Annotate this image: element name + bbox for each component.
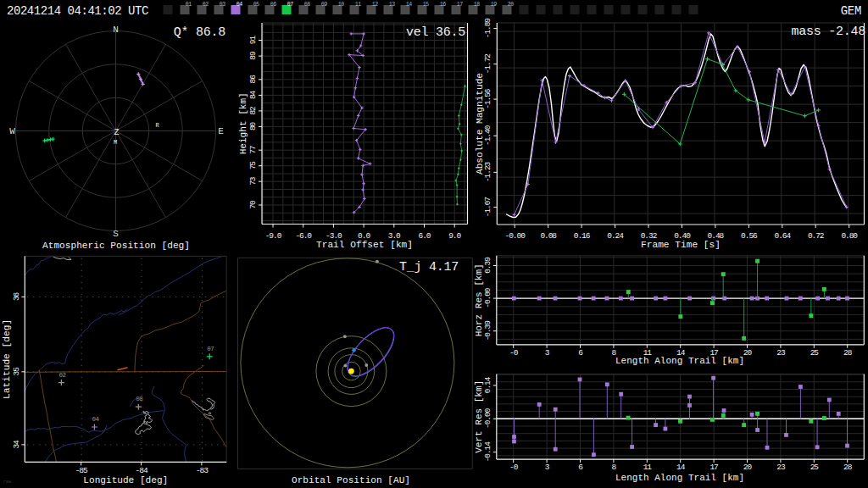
svg-text:28: 28 <box>843 463 853 472</box>
svg-text:-1.72: -1.72 <box>484 53 493 75</box>
svg-text:89: 89 <box>248 51 258 60</box>
svg-text:0.72: 0.72 <box>808 231 825 241</box>
svg-text:28: 28 <box>843 348 853 358</box>
svg-text:80: 80 <box>248 121 258 130</box>
svg-text:0.56: 0.56 <box>741 231 758 241</box>
svg-text:04: 04 <box>236 2 243 8</box>
svg-text:-83: -83 <box>196 466 209 475</box>
svg-text:11: 11 <box>643 463 653 472</box>
svg-text:09: 09 <box>321 2 328 8</box>
svg-text:20: 20 <box>743 463 753 472</box>
svg-text:18: 18 <box>474 2 481 8</box>
svg-text:Orbital Position [AU]: Orbital Position [AU] <box>292 475 410 485</box>
svg-text:20: 20 <box>743 348 753 358</box>
svg-text:mass -2.48: mass -2.48 <box>791 25 865 39</box>
svg-text:-0.14: -0.14 <box>483 441 492 463</box>
svg-text:vel 36.5: vel 36.5 <box>406 25 465 40</box>
svg-text:0.24: 0.24 <box>607 231 624 241</box>
svg-text:Length Along Trail [km]: Length Along Trail [km] <box>615 356 744 366</box>
svg-text:0.64: 0.64 <box>774 231 791 241</box>
svg-text:Z: Z <box>114 128 119 137</box>
svg-text:10: 10 <box>338 2 345 8</box>
svg-text:13: 13 <box>389 2 396 8</box>
svg-text:02: 02 <box>58 372 65 379</box>
svg-text:14: 14 <box>406 2 413 8</box>
svg-text:12: 12 <box>372 2 379 8</box>
svg-text:Absolute Magnitude: Absolute Magnitude <box>475 73 485 175</box>
svg-text:-0: -0 <box>509 463 519 472</box>
svg-text:0.08: 0.08 <box>540 231 557 241</box>
svg-text:91: 91 <box>248 36 258 45</box>
svg-text:W: W <box>9 126 15 136</box>
svg-text:6.0: 6.0 <box>419 231 431 241</box>
svg-text:0.16: 0.16 <box>574 231 591 241</box>
svg-text:9.0: 9.0 <box>448 231 461 241</box>
svg-text:N: N <box>113 25 119 35</box>
svg-text:-1.40: -1.40 <box>484 125 493 146</box>
svg-text:11: 11 <box>355 2 362 8</box>
svg-text:01: 01 <box>186 2 192 8</box>
svg-text:-0.00: -0.00 <box>483 287 492 308</box>
svg-text:20: 20 <box>508 2 515 8</box>
svg-text:75: 75 <box>248 161 258 170</box>
svg-text:04: 04 <box>92 416 99 423</box>
svg-text:23: 23 <box>776 463 786 472</box>
svg-text:S: S <box>113 229 119 239</box>
svg-text:-85: -85 <box>75 466 88 475</box>
svg-text:0.14: 0.14 <box>483 376 492 393</box>
svg-text:Q* 86.8: Q* 86.8 <box>174 25 226 40</box>
svg-text:-0.39: -0.39 <box>483 320 492 341</box>
svg-text:86: 86 <box>248 75 258 84</box>
svg-text:-0: -0 <box>509 348 519 358</box>
svg-text:84: 84 <box>248 90 258 99</box>
svg-text:-1.89: -1.89 <box>484 18 493 39</box>
svg-text:35: 35 <box>13 367 22 376</box>
svg-text:03: 03 <box>220 2 226 8</box>
svg-text:Vert Res [km]: Vert Res [km] <box>475 380 485 453</box>
svg-text:-1.23: -1.23 <box>484 161 493 182</box>
svg-text:25: 25 <box>810 348 820 358</box>
svg-text:05: 05 <box>253 2 260 8</box>
svg-text:25: 25 <box>810 463 820 472</box>
svg-text:M: M <box>114 139 117 146</box>
svg-text:-6.0: -6.0 <box>295 231 312 241</box>
svg-text:Longitude [deg]: Longitude [deg] <box>83 475 168 485</box>
svg-text:0.80: 0.80 <box>841 231 858 241</box>
svg-text:0.39: 0.39 <box>483 257 492 274</box>
svg-text:19: 19 <box>491 2 498 8</box>
svg-text:E: E <box>218 126 224 136</box>
svg-text:08: 08 <box>304 2 311 8</box>
svg-text:Height [km]: Height [km] <box>238 92 248 154</box>
svg-text:Trail Offset [km]: Trail Offset [km] <box>316 240 413 250</box>
svg-text:07: 07 <box>207 346 214 352</box>
svg-text:16: 16 <box>440 2 447 8</box>
svg-text:73: 73 <box>248 176 258 186</box>
svg-text:GEM: GEM <box>841 4 861 18</box>
svg-text:34: 34 <box>13 440 22 449</box>
svg-text:23: 23 <box>776 348 786 358</box>
svg-text:02: 02 <box>203 2 209 8</box>
svg-text:T_j 4.17: T_j 4.17 <box>399 260 459 274</box>
svg-text:77: 77 <box>248 146 258 154</box>
svg-text:07: 07 <box>287 2 294 8</box>
svg-text:-1.56: -1.56 <box>484 88 493 109</box>
svg-text:Latitude [deg]: Latitude [deg] <box>2 319 12 399</box>
svg-text:08: 08 <box>136 396 142 402</box>
svg-text:36: 36 <box>13 291 22 301</box>
svg-text:15: 15 <box>423 2 430 8</box>
svg-text:17: 17 <box>457 2 464 8</box>
svg-text:Frame Time [s]: Frame Time [s] <box>641 240 721 250</box>
svg-text:Length Along Trail [km]: Length Along Trail [km] <box>615 473 744 483</box>
svg-text:-9.0: -9.0 <box>265 231 282 241</box>
svg-text:70: 70 <box>248 200 258 209</box>
svg-text:Atmospheric Position [deg]: Atmospheric Position [deg] <box>42 241 190 251</box>
svg-text:82: 82 <box>248 106 258 115</box>
svg-text:-1.07: -1.07 <box>484 197 493 218</box>
svg-text:06: 06 <box>270 2 277 8</box>
svg-text:14: 14 <box>676 463 686 472</box>
svg-text:Horz Res [km]: Horz Res [km] <box>475 263 485 336</box>
svg-text:raw: raw <box>3 480 11 485</box>
svg-text:-84: -84 <box>136 466 148 475</box>
svg-text:20241214 04:41:02 UTC: 20241214 04:41:02 UTC <box>7 4 148 18</box>
svg-text:-0.00: -0.00 <box>505 231 526 241</box>
